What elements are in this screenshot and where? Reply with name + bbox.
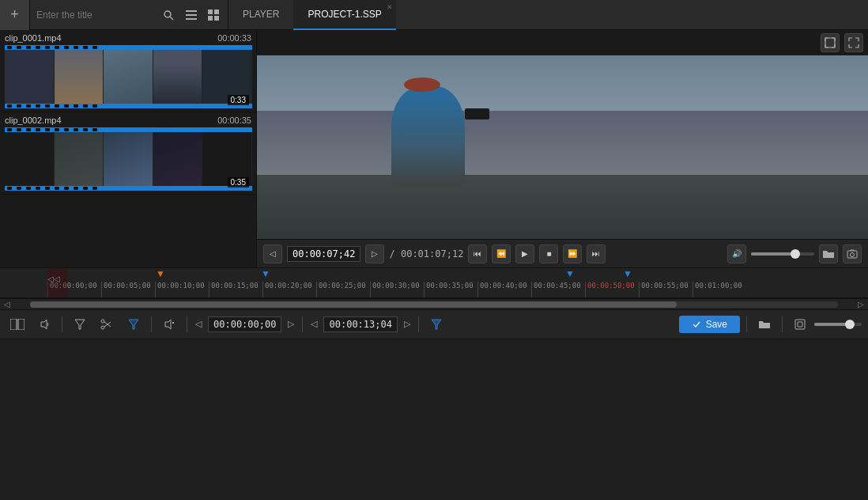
clip-filmstrip-1	[5, 45, 252, 108]
person-body	[391, 86, 465, 188]
film-hole	[45, 46, 50, 49]
marker-2: ▼	[565, 268, 575, 279]
separator	[418, 316, 419, 332]
audio-button[interactable]	[33, 313, 55, 335]
film-frame	[55, 127, 104, 191]
save-button[interactable]: Save	[679, 316, 740, 333]
folder-button[interactable]	[819, 244, 838, 263]
film-frame	[153, 127, 203, 191]
fit-view-button[interactable]	[789, 313, 811, 335]
screenshot-button[interactable]	[843, 244, 862, 263]
bottom-folder-button[interactable]	[753, 313, 776, 335]
separator	[187, 316, 187, 332]
media-bin: clip_0001.mp4 00:00:33	[0, 30, 257, 267]
film-frame	[5, 127, 55, 191]
scroll-right-arrow[interactable]: ▷	[854, 299, 868, 310]
time-in-display[interactable]: 00:00:00;00	[208, 316, 281, 332]
film-hole	[26, 128, 31, 131]
filter-button[interactable]	[69, 313, 91, 335]
add-button[interactable]: +	[0, 0, 30, 30]
next-clip-button[interactable]: ⏭	[587, 244, 606, 263]
clip-thumbnail-1[interactable]: 0:33	[5, 45, 252, 108]
svg-rect-9	[825, 38, 835, 47]
play-pause-button[interactable]: ▶	[515, 244, 534, 263]
ruler-nav-left[interactable]: ◁◁	[47, 275, 60, 283]
film-hole	[55, 187, 59, 190]
scissors-button[interactable]	[96, 313, 118, 335]
tab-player[interactable]: PLAYER	[228, 0, 293, 30]
current-time-display: 00:00:07;42	[287, 246, 360, 262]
volume-icon[interactable]: 🔊	[727, 244, 746, 263]
film-bottom-strip-1	[5, 104, 252, 108]
video-display[interactable]	[257, 55, 868, 239]
film-frame	[55, 45, 104, 108]
tab-close-icon[interactable]: ✕	[387, 3, 393, 11]
search-button[interactable]	[157, 0, 180, 30]
time-out-display[interactable]: 00:00:13;04	[323, 316, 397, 332]
prev-frame-button[interactable]: ◁	[263, 244, 282, 263]
separator	[151, 316, 152, 332]
clip-item-1[interactable]: clip_0001.mp4 00:00:33	[0, 30, 256, 112]
film-hole	[7, 187, 12, 190]
film-hole	[64, 46, 69, 49]
svg-line-1	[170, 17, 173, 20]
play-button[interactable]: ▷	[365, 244, 384, 263]
film-hole	[26, 187, 31, 190]
film-hole	[36, 187, 40, 190]
list-view-button[interactable]	[180, 0, 202, 30]
ruler-nav: ◁◁	[47, 275, 60, 283]
player-fit-button[interactable]	[821, 33, 840, 52]
clip-duration-1: 00:00:33	[217, 33, 251, 43]
film-hole	[64, 128, 69, 131]
active-filter-button[interactable]	[123, 313, 145, 335]
time-in-prev[interactable]: ◁	[194, 319, 203, 329]
mute-button[interactable]	[158, 313, 180, 335]
film-hole	[45, 128, 50, 131]
horizontal-scrollbar[interactable]: ◁ ▷	[0, 298, 868, 309]
time-out-prev[interactable]: ◁	[309, 319, 319, 329]
player-fullscreen-button[interactable]	[844, 33, 863, 52]
scroll-thumb[interactable]	[30, 301, 677, 308]
bottom-toolbar: ◁ 00:00:00;00 ▷ ◁ 00:00:13;04 ▷ Save	[0, 309, 868, 338]
scroll-track[interactable]	[30, 301, 838, 308]
time-out-next[interactable]: ▷	[402, 319, 412, 329]
film-hole	[92, 187, 97, 190]
film-hole	[36, 104, 40, 108]
storyboard-button[interactable]	[6, 313, 28, 335]
video-inner	[257, 55, 868, 239]
stop-button[interactable]: ■	[539, 244, 558, 263]
clip-thumbnail-2[interactable]: 0:35	[5, 127, 252, 191]
svg-marker-21	[165, 320, 171, 329]
ruler-mark: 00:00:10;00	[155, 282, 209, 297]
clip-item-2[interactable]: clip_0002.mp4 00:00:35	[0, 112, 256, 195]
ruler-mark: 00:00:30;00	[370, 282, 424, 297]
time-in-next[interactable]: ▷	[286, 319, 296, 329]
phone	[465, 108, 489, 119]
timeline-area: ◁◁ ▼ ▼ ▼ ▼ 00:00:00;00 00:00:05;00 00:00…	[0, 267, 868, 298]
film-hole	[74, 46, 78, 49]
film-hole	[74, 187, 78, 190]
film-top-strip-1	[5, 45, 252, 50]
frame-back-button[interactable]: ⏪	[492, 244, 511, 263]
ruler-mark: 00:00:45;00	[531, 282, 585, 297]
zoom-fill	[814, 323, 847, 326]
film-hole	[26, 104, 31, 108]
volume-slider[interactable]	[751, 252, 814, 256]
svg-rect-4	[186, 18, 197, 20]
funnel-button[interactable]	[425, 313, 447, 335]
svg-rect-13	[18, 319, 25, 330]
svg-marker-15	[75, 320, 85, 329]
scroll-left-arrow[interactable]: ◁	[0, 299, 14, 310]
prev-clip-button[interactable]: ⏮	[468, 244, 487, 263]
ruler-mark: 00:00:35;00	[424, 282, 477, 297]
zoom-slider[interactable]	[814, 323, 862, 326]
ruler-mark: 00:00:20;00	[262, 282, 316, 297]
playback-bar: ◁ 00:00:07;42 ▷ / 00:01:07;12 ⏮ ⏪ ▶ ■ ⏩ …	[257, 239, 868, 267]
ruler-mark: 00:00:40;00	[477, 282, 531, 297]
svg-rect-6	[214, 9, 219, 14]
tab-project[interactable]: PROJECT-1.SSP ✕	[293, 0, 395, 30]
clip-name-2: clip_0002.mp4	[5, 116, 62, 125]
title-input[interactable]	[30, 0, 157, 30]
frame-fwd-button[interactable]: ⏩	[563, 244, 582, 263]
grid-view-button[interactable]	[202, 0, 225, 30]
